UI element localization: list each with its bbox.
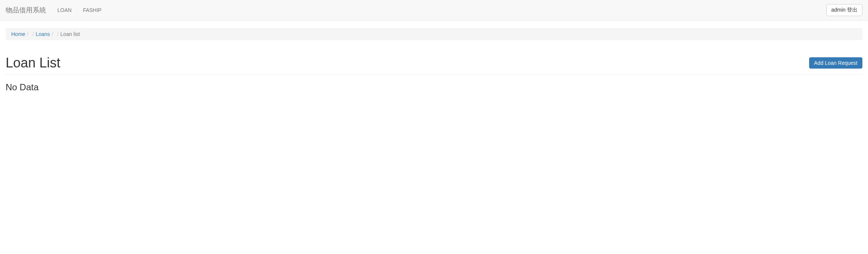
breadcrumb-item-loans: Loans / (36, 31, 55, 37)
logout-button[interactable]: admin 登出 (826, 4, 862, 16)
nav-link-faship[interactable]: FASHIP (77, 1, 107, 19)
main-container: Home / / Loans / / Loan list Loan List A… (0, 28, 868, 93)
navbar: 物品借用系統 LOAN FASHIP admin 登出 (0, 0, 868, 21)
breadcrumb-separator: / (25, 31, 30, 37)
breadcrumb-item-home: Home / (11, 31, 30, 37)
page-header: Loan List Add Loan Request (6, 55, 862, 75)
breadcrumb: Home / / Loans / / Loan list (6, 28, 862, 40)
page-title: Loan List (6, 55, 60, 71)
no-data-message: No Data (6, 82, 862, 93)
breadcrumb-item-empty: / (30, 31, 36, 37)
breadcrumb-link-loans[interactable]: Loans (36, 31, 50, 37)
breadcrumb-active: Loan list (60, 31, 80, 37)
breadcrumb-item-empty2: / (55, 31, 60, 37)
breadcrumb-item-current: Loan list (60, 31, 80, 37)
navbar-right: admin 登出 (826, 4, 862, 16)
breadcrumb-separator: / (50, 31, 55, 37)
nav-link-loan[interactable]: LOAN (52, 1, 77, 19)
breadcrumb-link-home[interactable]: Home (11, 31, 25, 37)
breadcrumb-separator: / (30, 31, 36, 37)
add-loan-request-button[interactable]: Add Loan Request (809, 57, 862, 69)
navbar-left: 物品借用系統 LOAN FASHIP (6, 0, 107, 20)
breadcrumb-separator: / (55, 31, 60, 37)
navbar-brand[interactable]: 物品借用系統 (6, 0, 52, 20)
